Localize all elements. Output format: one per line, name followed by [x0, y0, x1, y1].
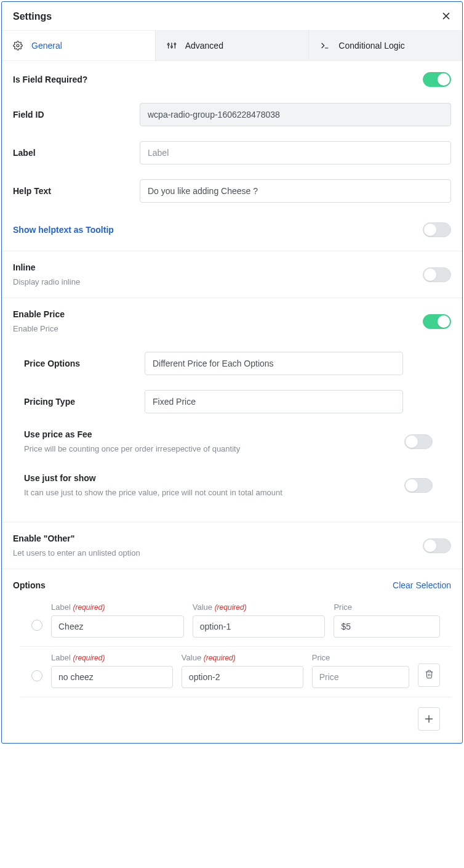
label-options: Options	[13, 580, 46, 590]
option-row-actions	[418, 663, 440, 687]
tab-advanced-label: Advanced	[185, 41, 223, 51]
desc-enable-other: Let users to enter an unlisted option	[13, 548, 140, 558]
price-options-group: Price Options Pricing Type Use price as …	[13, 333, 451, 508]
pricing-type-select[interactable]	[145, 390, 403, 413]
option-column-label: Price	[334, 602, 440, 612]
required-tag: (required)	[204, 654, 236, 662]
help-text-input[interactable]	[140, 179, 451, 203]
required-tag: (required)	[73, 603, 105, 612]
label-inline: Inline	[13, 262, 80, 272]
row-inline: Inline Display radio inline	[2, 251, 462, 298]
label-enable-other: Enable "Other"	[13, 533, 140, 543]
desc-inline: Display radio inline	[13, 277, 80, 286]
row-tooltip: Show helptext as Tooltip	[2, 205, 462, 251]
delete-option-button[interactable]	[418, 663, 440, 687]
svg-point-3	[174, 43, 176, 45]
toggle-enable-other[interactable]	[423, 538, 451, 553]
panel-header: Settings	[2, 2, 462, 30]
row-field-id: Field ID	[2, 98, 462, 129]
label-is-required: Is Field Required?	[13, 75, 130, 84]
svg-point-2	[170, 46, 172, 48]
label-just-for-show: Use just for show	[24, 473, 282, 483]
option-column-label: Label (required)	[51, 653, 173, 662]
clear-selection-link[interactable]: Clear Selection	[393, 580, 451, 590]
close-icon[interactable]	[441, 10, 451, 23]
toggle-just-for-show[interactable]	[404, 478, 433, 493]
option-column: Value (required)	[182, 653, 303, 688]
option-column-label: Value (required)	[182, 653, 303, 662]
option-column: Label (required)	[51, 602, 184, 638]
desc-enable-price: Enable Price	[13, 324, 65, 333]
option-radio[interactable]	[31, 620, 42, 631]
option-price-input[interactable]	[312, 666, 409, 688]
field-id-input[interactable]	[140, 103, 451, 126]
toggle-use-as-fee[interactable]	[404, 434, 433, 449]
label-field-id: Field ID	[13, 110, 130, 120]
trash-icon	[425, 670, 434, 681]
label-price-options: Price Options	[24, 359, 135, 368]
settings-panel: Settings General Advanced Conditional Lo…	[1, 1, 463, 744]
required-tag: (required)	[215, 603, 247, 612]
label-label: Label	[13, 148, 130, 158]
required-tag: (required)	[73, 654, 105, 662]
row-help-text: Help Text	[2, 167, 462, 205]
option-value-input[interactable]	[182, 666, 303, 688]
tab-general-label: General	[31, 41, 62, 51]
option-label-input[interactable]	[51, 615, 184, 638]
label-help-text: Help Text	[13, 186, 130, 196]
toggle-enable-price[interactable]	[423, 314, 451, 329]
svg-point-0	[17, 44, 19, 47]
row-enable-price: Enable Price Enable Price Price Options …	[2, 298, 462, 522]
option-row: Label (required)Value (required)Price	[20, 647, 451, 697]
option-value-input[interactable]	[193, 615, 326, 638]
toggle-tooltip[interactable]	[423, 222, 451, 237]
tab-general[interactable]: General	[2, 31, 155, 60]
toggle-is-required[interactable]	[423, 72, 451, 87]
label-tooltip[interactable]: Show helptext as Tooltip	[13, 225, 130, 235]
tab-advanced[interactable]: Advanced	[155, 31, 309, 60]
row-enable-other: Enable "Other" Let users to enter an unl…	[2, 522, 462, 569]
option-column: Label (required)	[51, 653, 173, 688]
terminal-icon	[320, 41, 330, 51]
desc-just-for-show: It can use just to show the price value,…	[24, 488, 282, 497]
option-column: Price	[334, 602, 440, 638]
option-column: Price	[312, 653, 409, 688]
row-label: Label	[2, 129, 462, 167]
gear-icon	[13, 41, 23, 51]
desc-use-as-fee: Price will be counting once per order ir…	[24, 444, 240, 453]
option-price-input[interactable]	[334, 615, 440, 638]
row-is-required: Is Field Required?	[2, 60, 462, 98]
option-column-label: Label (required)	[51, 602, 184, 612]
tab-conditional[interactable]: Conditional Logic	[308, 31, 462, 60]
option-column: Value (required)	[193, 602, 326, 638]
option-column-label: Price	[312, 653, 409, 662]
label-pricing-type: Pricing Type	[24, 397, 135, 407]
price-options-select[interactable]	[145, 352, 403, 375]
toggle-inline[interactable]	[423, 267, 451, 282]
label-input[interactable]	[140, 141, 451, 164]
label-use-as-fee: Use price as Fee	[24, 429, 240, 439]
option-column-label: Value (required)	[193, 602, 326, 612]
tabs: General Advanced Conditional Logic	[2, 30, 462, 60]
option-radio[interactable]	[31, 670, 42, 681]
option-label-input[interactable]	[51, 666, 173, 688]
option-row: Label (required)Value (required)Price	[20, 596, 451, 647]
add-option-button[interactable]	[418, 707, 440, 731]
label-enable-price: Enable Price	[13, 309, 65, 319]
sliders-icon	[167, 41, 177, 51]
options-section: Options Clear Selection Label (required)…	[2, 569, 462, 743]
tab-conditional-label: Conditional Logic	[338, 41, 404, 51]
svg-point-1	[167, 44, 169, 46]
panel-title: Settings	[13, 11, 52, 22]
